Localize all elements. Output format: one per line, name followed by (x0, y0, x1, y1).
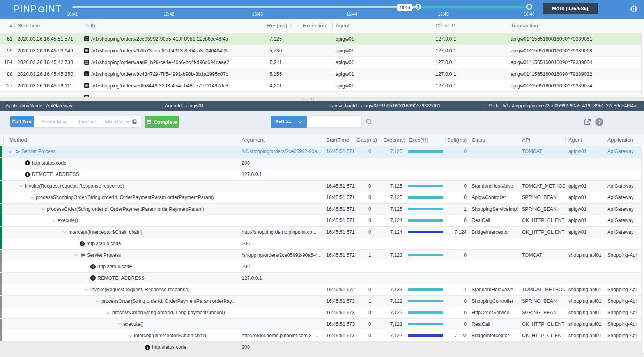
chevron-down-icon[interactable] (30, 195, 34, 199)
cell-self-ms: 7,124 (445, 229, 469, 235)
timeline-handle-start[interactable] (415, 4, 421, 10)
transaction-row[interactable]: 612020.03.26 16:45:51 571/v1/shopping/or… (0, 33, 644, 45)
column-header-clientip[interactable]: Client IP (432, 19, 508, 33)
cell-self-ms: 0 (445, 195, 469, 200)
cell-response-ms: 5,211 (266, 59, 299, 65)
calltree-row[interactable]: intercept(Interceptor$Chain chain)http:/… (0, 227, 644, 238)
calltree-row[interactable]: processOrder(String orderId, Long paymen… (0, 307, 644, 319)
cell-starttime: 2020.03.26 16:45:45 350 (14, 71, 81, 77)
calltree-row[interactable]: ihttp.status.code200 (0, 238, 644, 250)
filter-dropdown[interactable]: Self >= (271, 116, 307, 128)
chevron-down-icon[interactable] (85, 287, 89, 291)
timeline-track[interactable] (72, 6, 418, 8)
cell-method: Servlet Process (2, 149, 238, 154)
chevron-down-icon[interactable] (19, 183, 23, 187)
tab-mixed-view[interactable]: Mixed View (101, 116, 141, 127)
cell-class: RealCall (469, 218, 520, 223)
calltree-row[interactable]: invoke(Request request, Response respons… (0, 284, 644, 296)
chevron-down-icon (298, 119, 302, 123)
timeline-handle-end[interactable] (526, 4, 532, 10)
transaction-row[interactable]: 272020.03.26 16:45:59 111/v1/shopping/or… (0, 80, 644, 92)
chevron-down-icon[interactable] (63, 229, 67, 233)
calltree-row[interactable]: execute()16:45:51 57307,1220RealCallOK_H… (0, 319, 644, 330)
chevron-down-icon[interactable] (41, 206, 45, 210)
column-header-path[interactable]: Path (81, 19, 266, 33)
transaction-row[interactable]: 1042020.03.26 16:45:42 733/v1/shopping/o… (0, 57, 644, 68)
more-button[interactable]: More (126/586) (543, 3, 598, 14)
search-input[interactable] (307, 116, 362, 128)
column-header-resms[interactable]: Res(ms)↓ (266, 19, 299, 33)
column-header-argument[interactable]: Argument (238, 134, 324, 146)
transaction-row[interactable]: 882020.03.26 16:45:45 350/v1/shopping/or… (0, 68, 644, 80)
method-label: invoke(Request request, Response respons… (25, 183, 124, 189)
cell-agent: shopping.api01 (565, 321, 605, 327)
calltree-row[interactable]: execute()16:45:51 57107,1240RealCallOK_H… (0, 215, 644, 227)
method-label: intercept(Interceptor$Chain chain) (134, 333, 208, 338)
chevron-down-icon[interactable] (9, 149, 12, 153)
cell-gap-ms: 0 (356, 149, 380, 154)
settings-gear-icon[interactable]: ⚙ (630, 3, 638, 15)
calltree-row[interactable]: processOrder(String orderId, OrderPaymen… (0, 296, 644, 307)
column-header-starttime[interactable]: StartTime (324, 134, 356, 146)
column-header-execms[interactable]: Exec(ms) (380, 134, 406, 146)
transaction-row[interactable] (0, 92, 644, 97)
help-icon[interactable]: ? (595, 118, 603, 126)
cell-class: HttpOrderService (469, 310, 520, 315)
column-header-starttime[interactable]: StartTime (14, 19, 81, 33)
calltree-row[interactable]: intercept(Interceptor$Chain chain)http:/… (0, 330, 644, 342)
column-header-method[interactable]: Method (3, 134, 238, 146)
calltree-row[interactable]: processShoppingOrder(String orderId, Ord… (0, 192, 644, 204)
transaction-row[interactable]: 552020.03.26 16:45:53 949/v1/shopping/or… (0, 45, 644, 57)
complete-button[interactable]: Complete (145, 116, 179, 128)
calltree-row[interactable]: processOrder(String orderId, OrderPaymen… (0, 204, 644, 215)
exec-percent-bar (408, 311, 443, 314)
tab-server-map[interactable]: Server Map (34, 116, 73, 127)
cell-api: SPRING_BEAN (520, 310, 565, 315)
cell-client-ip: 127.0.0.1 (432, 83, 508, 89)
calltree-scrollbar-gutter[interactable] (641, 146, 644, 353)
cell-method: execute() (2, 321, 238, 327)
chevron-down-icon[interactable] (52, 218, 56, 222)
splitter-bar[interactable] (0, 97, 644, 101)
timeline-track-selected[interactable] (418, 6, 529, 8)
chevron-down-icon[interactable] (74, 252, 78, 256)
calltree-row[interactable]: ihttp.status.code200 (0, 261, 644, 273)
tab-call-tree[interactable]: Call Tree (10, 116, 34, 127)
calltree-row[interactable]: invoke(Request request, Response respons… (0, 181, 644, 192)
cell-method: ihttp.status.code (2, 264, 238, 269)
column-header-application[interactable]: Application (605, 134, 644, 146)
column-header-api[interactable]: API (520, 134, 565, 146)
chevron-down-icon[interactable] (107, 310, 111, 314)
cell-class: RealCall (469, 321, 520, 327)
column-header-exec[interactable]: Exec(%) (406, 134, 445, 146)
column-header-exception[interactable]: Exception (299, 19, 332, 33)
chevron-down-icon[interactable] (118, 321, 122, 325)
chevron-down-icon[interactable] (96, 298, 100, 302)
calltree-row[interactable]: iREMOTE_ADDRESS127.0.0.1 (0, 273, 644, 284)
cell-argument: 200 (238, 345, 324, 350)
cell-exec-ms: 7,125 (380, 195, 406, 200)
calltree-row[interactable]: ihttp.status.code200 (0, 158, 644, 169)
column-header-gapms[interactable]: Gap(ms) (356, 134, 380, 146)
calltree-row[interactable]: Servlet Process/v1/shopping/orders/2ce05… (0, 146, 644, 158)
chevron-down-icon[interactable] (129, 333, 133, 337)
calltree-row[interactable]: iREMOTE_ADDRESS127.0.0.1 (0, 169, 644, 181)
column-header-class[interactable]: Class (469, 134, 520, 146)
open-in-new-icon[interactable] (584, 118, 591, 126)
column-header-agent[interactable]: Agent (565, 134, 605, 146)
pinpoint-logo[interactable]: PINPINT (13, 4, 62, 14)
column-header-transaction[interactable]: Transaction (508, 19, 644, 33)
column-header-selfms[interactable]: Self(ms) (445, 134, 469, 146)
cell-agent: apigw01 (565, 183, 605, 189)
column-header-agent[interactable]: Agent (332, 19, 432, 33)
calltree-row[interactable]: ihttp.status.code200 (0, 342, 644, 353)
calltree-row[interactable]: Servlet Process/shopping/orders/2ce05992… (0, 250, 644, 261)
transactions-scrollbar-gutter[interactable] (641, 33, 644, 97)
tab-timeline[interactable]: Timeline (73, 116, 101, 127)
cell-exec-percent (406, 323, 445, 325)
search-icon[interactable] (366, 118, 373, 126)
cell-starttime: 16:45:51 571 (324, 149, 356, 154)
logo-o-icon (38, 6, 44, 12)
column-header-[interactable]: # (4, 19, 14, 33)
cell-application: ApiGateway (605, 183, 644, 189)
